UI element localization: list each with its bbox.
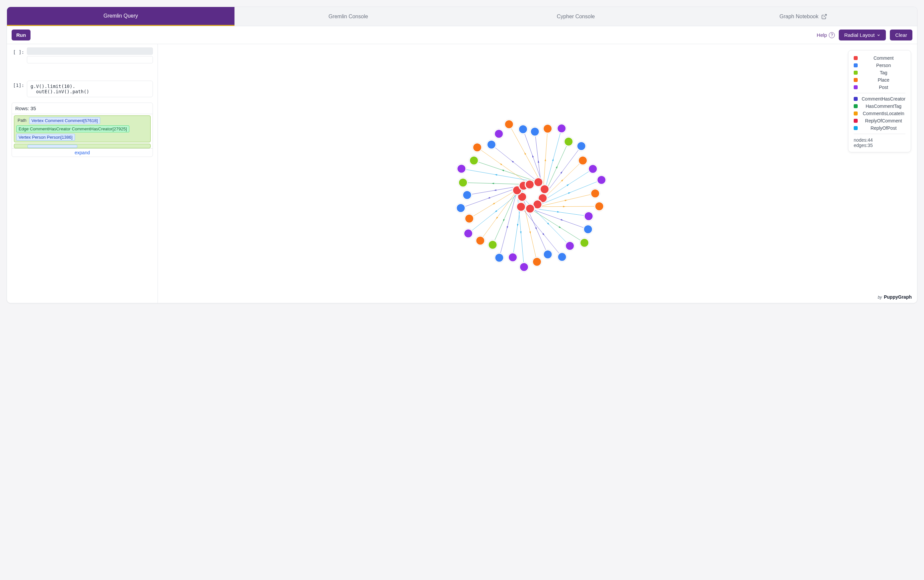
main-split: [ ]: [1]: g.V().limit(10). outE().inV().…	[7, 44, 917, 303]
svg-marker-17	[565, 200, 567, 201]
graph-node[interactable]	[520, 263, 528, 271]
graph-node[interactable]	[557, 124, 566, 132]
graph-edge[interactable]	[492, 145, 539, 182]
svg-marker-26	[552, 158, 554, 161]
tab-gremlin-query[interactable]: Gremlin Query	[7, 7, 235, 26]
svg-marker-22	[500, 163, 502, 165]
svg-marker-6	[488, 197, 490, 198]
help-link[interactable]: Help ?	[817, 32, 835, 38]
graph-node[interactable]	[488, 241, 497, 249]
graph-node[interactable]	[495, 130, 503, 138]
graph-edge[interactable]	[530, 209, 588, 229]
graph-node[interactable]	[533, 258, 541, 266]
button-label: Run	[16, 32, 26, 38]
svg-marker-10	[556, 166, 557, 168]
graph-panel[interactable]: CommentPersonTagPlacePostCommentHasCreat…	[158, 44, 917, 303]
layout-dropdown[interactable]: Radial Layout	[839, 30, 886, 41]
graph-node[interactable]	[459, 178, 467, 186]
graph-node[interactable]	[526, 205, 534, 213]
graph-node[interactable]	[526, 181, 534, 188]
graph-node[interactable]	[519, 125, 527, 133]
legend-row: HasCommentTag	[854, 102, 906, 110]
legend-label: CommentIsLocateIn	[862, 111, 906, 116]
graph-node[interactable]	[541, 185, 549, 193]
graph-edge[interactable]	[461, 168, 538, 182]
tab-cypher-console[interactable]: Cypher Console	[462, 7, 689, 26]
vertex-chip[interactable]: Vertex Person Person[1386]	[16, 134, 75, 141]
graph-node[interactable]	[595, 203, 603, 210]
svg-marker-5	[507, 226, 508, 229]
query-panel: [ ]: [1]: g.V().limit(10). outE().inV().…	[7, 44, 158, 303]
legend-label: Comment	[862, 55, 906, 61]
graph-edge[interactable]	[477, 147, 529, 185]
svg-marker-18	[563, 206, 565, 208]
legend-swatch	[854, 112, 858, 115]
svg-marker-2	[561, 219, 564, 221]
graph-edge[interactable]	[521, 207, 562, 257]
graph-node[interactable]	[488, 141, 495, 149]
graph-node[interactable]	[584, 225, 592, 233]
graph-node[interactable]	[463, 191, 471, 199]
graph-node[interactable]	[465, 215, 473, 222]
graph-node[interactable]	[531, 128, 539, 136]
graph-node[interactable]	[598, 176, 606, 184]
graph-node[interactable]	[457, 165, 465, 173]
graph-node[interactable]	[473, 143, 481, 151]
graph-node[interactable]	[544, 125, 552, 133]
graph-node[interactable]	[580, 239, 589, 247]
graph-node[interactable]	[509, 253, 517, 261]
graph-edge[interactable]	[480, 190, 517, 241]
graph-node[interactable]	[544, 250, 552, 259]
graph-node[interactable]	[464, 230, 472, 237]
graph-node[interactable]	[495, 254, 503, 262]
svg-marker-7	[494, 189, 497, 191]
footer-brand-name: PuppyGraph	[884, 294, 912, 300]
graph-node[interactable]	[589, 165, 597, 173]
legend-label: CommentHasCreator	[862, 96, 906, 102]
toolbar: Run Help ? Radial Layout Clear	[7, 26, 917, 44]
legend-swatch	[854, 104, 858, 108]
tab-graph-notebook[interactable]: Graph Notebook	[689, 7, 917, 26]
clear-button[interactable]: Clear	[890, 30, 912, 41]
query-input[interactable]	[27, 48, 153, 55]
run-button[interactable]: Run	[12, 30, 31, 41]
vertex-chip[interactable]: Vertex Comment Comment[57618]	[29, 117, 100, 124]
graph-node[interactable]	[579, 157, 587, 165]
legend: CommentPersonTagPlacePostCommentHasCreat…	[848, 50, 911, 152]
vertex-chip-peek	[28, 145, 77, 148]
graph-node[interactable]	[457, 204, 465, 212]
legend-label: Tag	[862, 70, 906, 75]
graph-canvas[interactable]	[158, 44, 917, 303]
legend-label: Person	[862, 63, 906, 68]
expand-label: expand	[75, 150, 90, 155]
svg-marker-12	[503, 219, 505, 222]
legend-swatch	[854, 56, 858, 60]
legend-row: CommentHasCreator	[854, 95, 906, 102]
legend-label: Place	[862, 77, 906, 82]
svg-marker-29	[557, 211, 559, 213]
graph-node[interactable]	[564, 138, 572, 146]
button-label: Clear	[895, 32, 907, 38]
chevron-down-icon	[876, 33, 881, 37]
query-cell-1: [1]: g.V().limit(10). outE().inV().path(…	[12, 81, 153, 97]
graph-node[interactable]	[505, 120, 513, 128]
graph-node[interactable]	[577, 142, 585, 150]
help-icon: ?	[829, 32, 835, 38]
graph-node[interactable]	[558, 253, 566, 261]
graph-edge[interactable]	[530, 209, 584, 243]
graph-node[interactable]	[476, 237, 484, 244]
graph-edge[interactable]	[474, 161, 538, 182]
graph-node[interactable]	[591, 189, 599, 198]
tab-gremlin-console[interactable]: Gremlin Console	[235, 7, 462, 26]
query-input-line2[interactable]	[27, 56, 153, 63]
query-code[interactable]: g.V().limit(10). outE().inV().path()	[27, 81, 153, 97]
graph-node[interactable]	[517, 203, 525, 211]
svg-marker-31	[520, 231, 522, 234]
expand-link[interactable]: expand	[12, 148, 153, 157]
result-path-row[interactable]: Path Vertex Comment Comment[57618] Edge …	[14, 115, 151, 142]
graph-node[interactable]	[470, 157, 478, 165]
edge-chip[interactable]: Edge CommentHasCreator CommentHasCreator…	[16, 125, 129, 132]
graph-node[interactable]	[534, 178, 542, 186]
graph-node[interactable]	[585, 213, 593, 220]
graph-node[interactable]	[566, 242, 574, 250]
